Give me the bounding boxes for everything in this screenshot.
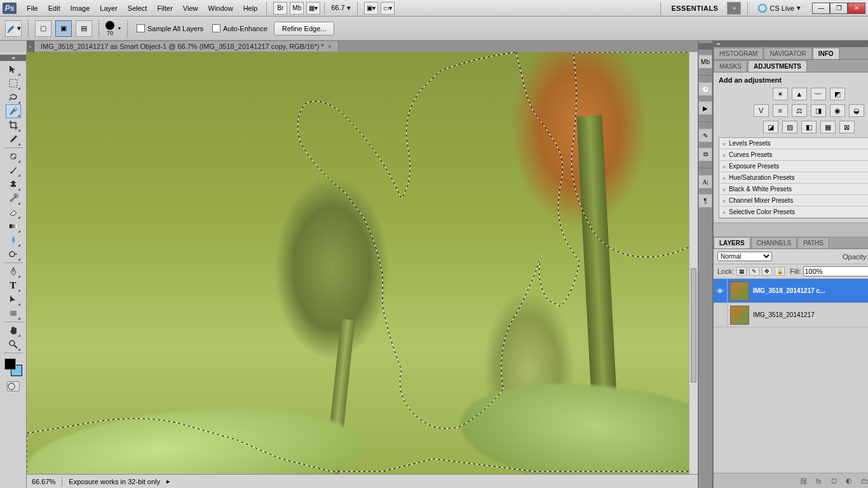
lock-pixels-icon[interactable]: ✎ <box>749 267 759 276</box>
link-layers-icon[interactable]: ⛓ <box>797 475 810 487</box>
current-tool-icon[interactable]: ▾ <box>5 20 22 37</box>
view-extras-icon[interactable]: ▦▾ <box>306 2 320 15</box>
document-canvas[interactable] <box>27 52 689 474</box>
exposure-icon[interactable]: ◩ <box>830 88 845 100</box>
paragraph-panel-icon[interactable]: ¶ <box>698 194 712 208</box>
foreground-color-swatch[interactable] <box>4 358 16 370</box>
menu-edit[interactable]: Edit <box>43 2 65 15</box>
panel-grip[interactable] <box>714 41 868 47</box>
gradient-tool-icon[interactable] <box>6 219 21 233</box>
history-panel-icon[interactable]: 🕑 <box>698 82 712 96</box>
menu-layer[interactable]: Layer <box>95 2 123 15</box>
lasso-tool-icon[interactable] <box>6 90 21 104</box>
tab-layers[interactable]: LAYERS <box>714 237 750 248</box>
preset-hue-saturation[interactable]: Hue/Saturation Presets <box>719 172 868 184</box>
preset-selective-color[interactable]: Selective Color Presets <box>719 207 868 218</box>
gradient-map-icon[interactable]: ▦ <box>820 121 836 133</box>
subtract-selection-icon[interactable]: ▤ <box>76 20 92 37</box>
path-selection-tool-icon[interactable] <box>6 292 21 306</box>
layer-name[interactable]: IMG_3518_20141217 c... <box>752 287 868 294</box>
layer-mask-icon[interactable]: ◻ <box>827 475 840 487</box>
tab-channels[interactable]: CHANNELS <box>751 237 797 248</box>
menu-view[interactable]: View <box>178 2 203 15</box>
arrange-documents-icon[interactable]: ▣▾ <box>364 2 378 15</box>
vertical-scrollbar[interactable] <box>689 52 698 474</box>
character-panel-icon[interactable]: A| <box>698 175 712 189</box>
layer-row[interactable]: 👁 IMG_3518_20141217 c... <box>714 279 868 303</box>
brush-picker-chevron-icon[interactable]: ▾ <box>118 25 121 31</box>
type-tool-icon[interactable]: T <box>6 278 21 292</box>
cs-live-button[interactable]: CS Live ▾ <box>754 3 804 14</box>
dodge-tool-icon[interactable] <box>6 247 21 261</box>
selective-color-icon[interactable]: ⊠ <box>839 121 855 133</box>
curves-icon[interactable]: 〰 <box>811 88 826 100</box>
lock-position-icon[interactable]: ✥ <box>762 267 772 276</box>
brush-panel-icon[interactable]: ✎ <box>698 128 712 142</box>
lock-transparency-icon[interactable]: ▦ <box>736 267 747 276</box>
marquee-tool-icon[interactable] <box>6 76 21 90</box>
blend-mode-select[interactable]: Normal <box>717 252 772 261</box>
scrollbar-thumb[interactable] <box>691 268 696 383</box>
channel-mixer-icon[interactable]: ◒ <box>849 104 864 117</box>
zoom-tool-icon[interactable] <box>6 337 21 351</box>
crop-tool-icon[interactable] <box>6 118 21 132</box>
move-tool-icon[interactable] <box>6 62 21 76</box>
window-minimize-button[interactable]: ― <box>812 3 830 14</box>
tab-paths[interactable]: PATHS <box>797 237 829 248</box>
brightness-contrast-icon[interactable]: ☀ <box>773 88 788 100</box>
quick-mask-icon[interactable]: ◯ <box>7 381 20 391</box>
add-to-selection-icon[interactable]: ▣ <box>55 20 72 37</box>
tab-adjustments[interactable]: ADJUSTMENTS <box>748 60 807 72</box>
minibridge-panel-icon[interactable]: Mb <box>698 55 712 69</box>
color-swatches[interactable] <box>4 358 22 376</box>
invert-icon[interactable]: ◪ <box>763 121 778 133</box>
menu-file[interactable]: File <box>22 2 43 15</box>
preset-levels[interactable]: Levels Presets <box>719 138 868 149</box>
visibility-toggle-icon[interactable]: 👁 <box>714 279 728 302</box>
bridge-icon[interactable]: Br <box>273 2 287 15</box>
menu-image[interactable]: Image <box>65 2 95 15</box>
preset-curves[interactable]: Curves Presets <box>719 149 868 161</box>
sample-all-layers-checkbox[interactable]: Sample All Layers <box>134 24 206 32</box>
dock-grip[interactable] <box>698 43 712 50</box>
close-tab-icon[interactable]: × <box>328 43 332 50</box>
clone-stamp-tool-icon[interactable] <box>6 177 21 191</box>
screen-mode-icon[interactable]: ▭▾ <box>381 2 395 15</box>
tab-masks[interactable]: MASKS <box>714 60 747 72</box>
adjustment-layer-icon[interactable]: ◐ <box>843 475 855 487</box>
zoom-level-display[interactable]: 66.7 ▾ <box>329 3 353 13</box>
photo-filter-icon[interactable]: ◉ <box>830 104 845 117</box>
pen-tool-icon[interactable] <box>6 264 21 278</box>
preset-black-white[interactable]: Black & White Presets <box>719 184 868 195</box>
toolbox-grip[interactable] <box>0 55 26 61</box>
preset-channel-mixer[interactable]: Channel Mixer Presets <box>719 195 868 207</box>
layer-style-icon[interactable]: fx <box>812 475 825 487</box>
lock-all-icon[interactable]: 🔒 <box>775 267 785 276</box>
menu-window[interactable]: Window <box>203 2 238 15</box>
rectangle-tool-icon[interactable] <box>6 306 21 320</box>
menu-help[interactable]: Help <box>238 2 263 15</box>
new-group-icon[interactable]: 🗀 <box>858 475 868 487</box>
menu-filter[interactable]: Filter <box>152 2 177 15</box>
eyedropper-tool-icon[interactable] <box>6 132 21 146</box>
quick-selection-tool-icon[interactable] <box>6 104 21 118</box>
tab-histogram[interactable]: HISTOGRAM <box>714 48 763 59</box>
status-chevron-icon[interactable]: ▸ <box>166 477 170 485</box>
window-close-button[interactable]: ✕ <box>848 3 865 14</box>
document-tab[interactable]: IMG_3518_20141217 as Smart Object-1 @ 66… <box>34 41 339 51</box>
minibridge-icon[interactable]: Mb <box>290 2 304 15</box>
black-white-icon[interactable]: ◨ <box>811 104 826 117</box>
new-selection-icon[interactable]: ▢ <box>35 20 51 37</box>
layer-thumbnail[interactable] <box>730 281 749 301</box>
fill-input[interactable] <box>803 266 868 276</box>
hand-tool-icon[interactable] <box>6 323 21 337</box>
tab-navigator[interactable]: NAVIGATOR <box>764 48 811 59</box>
status-zoom[interactable]: 66.67% <box>32 478 55 485</box>
refine-edge-button[interactable]: Refine Edge... <box>274 22 335 36</box>
workspace-switcher[interactable]: ESSENTIALS <box>667 3 722 13</box>
clone-source-panel-icon[interactable]: ⧉ <box>698 147 712 161</box>
levels-icon[interactable]: ▲ <box>792 88 807 100</box>
actions-panel-icon[interactable]: ▶ <box>698 101 712 115</box>
brush-tool-icon[interactable] <box>6 163 21 177</box>
layer-row[interactable]: IMG_3518_20141217 <box>714 303 868 327</box>
